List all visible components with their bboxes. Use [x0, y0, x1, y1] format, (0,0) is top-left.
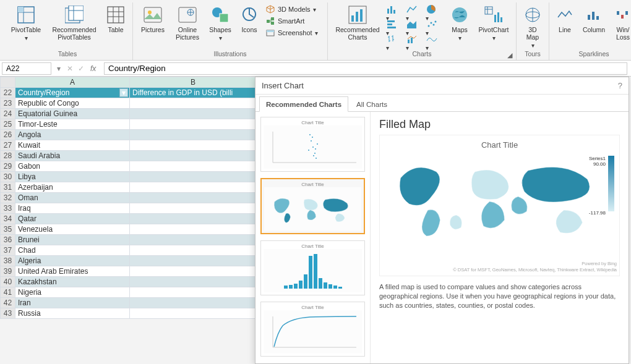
table-row[interactable]: 34Qatar — [1, 214, 257, 224]
table-row[interactable]: 26Angola — [1, 130, 257, 140]
cell-country[interactable]: Brunei — [15, 235, 130, 245]
row-header[interactable]: 28 — [1, 151, 15, 161]
table-row[interactable]: 43Russia — [1, 308, 257, 319]
table-row[interactable]: 39United Arab Emirates — [1, 266, 257, 277]
name-box-dropdown-icon[interactable]: ▾ — [53, 64, 64, 73]
cell-country[interactable]: Saudi Arabia — [15, 151, 130, 161]
cell-gdp[interactable] — [130, 245, 257, 256]
table-row[interactable]: 29Gabon — [1, 161, 257, 172]
cell-gdp[interactable] — [130, 308, 257, 319]
cell-country[interactable]: Gabon — [15, 161, 130, 172]
cell-gdp[interactable] — [130, 119, 257, 130]
table-header-gdp[interactable]: Difference in GDP in USD (billi — [130, 88, 257, 98]
tab-all-charts[interactable]: All Charts — [350, 96, 394, 111]
cell-gdp[interactable] — [130, 277, 257, 287]
cell-country[interactable]: Republic of Congo — [15, 98, 130, 109]
cell-country[interactable]: Equatorial Guinea — [15, 109, 130, 119]
cell-country[interactable]: Venezuela — [15, 224, 130, 235]
column-chart-button[interactable]: ▾ — [386, 4, 405, 17]
row-header[interactable]: 31 — [1, 182, 15, 193]
smartart-button[interactable]: SmartArt — [264, 15, 324, 27]
cell-country[interactable]: Russia — [15, 308, 130, 319]
combo-chart-button[interactable]: ▾ — [406, 33, 424, 47]
cancel-icon[interactable]: ✕ — [64, 64, 75, 73]
row-header[interactable]: 33 — [1, 203, 15, 214]
row-header[interactable]: 39 — [1, 266, 15, 277]
cell-country[interactable]: Libya — [15, 172, 130, 182]
row-header[interactable]: 38 — [1, 256, 15, 266]
fx-label[interactable]: fx — [87, 64, 104, 73]
dialog-titlebar[interactable]: Insert Chart ? — [255, 77, 629, 95]
cell-gdp[interactable] — [130, 182, 257, 193]
cell-country[interactable]: Kazakhstan — [15, 277, 130, 287]
table-header-country[interactable]: Country/Region ▾ — [15, 88, 130, 98]
name-box[interactable] — [2, 62, 51, 75]
confirm-icon[interactable]: ✓ — [75, 64, 87, 73]
cell-country[interactable]: Nigeria — [15, 287, 130, 298]
scatter-chart-button[interactable]: ▾ — [426, 19, 444, 32]
sparkline-line-button[interactable]: Line — [553, 2, 577, 33]
tab-recommended-charts[interactable]: Recommended Charts — [259, 96, 348, 112]
cell-gdp[interactable] — [130, 287, 257, 298]
pivotchart-button[interactable]: PivotChart ▾ — [475, 2, 512, 41]
table-row[interactable]: 41Nigeria — [1, 287, 257, 298]
icons-button[interactable]: Icons — [237, 2, 262, 33]
table-row[interactable]: 36Brunei — [1, 235, 257, 245]
cell-country[interactable]: Oman — [15, 193, 130, 203]
sparkline-column-button[interactable]: Column — [579, 2, 609, 33]
table-row[interactable]: 33Iraq — [1, 203, 257, 214]
table-button[interactable]: Table — [103, 2, 129, 33]
cell-gdp[interactable] — [130, 224, 257, 235]
table-row[interactable]: 40Kazakhstan — [1, 277, 257, 287]
row-header[interactable]: 34 — [1, 214, 15, 224]
column-header-a[interactable]: A — [15, 77, 130, 88]
cell-country[interactable]: Iraq — [15, 203, 130, 214]
screenshot-button[interactable]: Screenshot ▾ — [264, 27, 324, 38]
table-row[interactable]: 31Azerbaijan — [1, 182, 257, 193]
cell-country[interactable]: Azerbaijan — [15, 182, 130, 193]
cell-country[interactable]: Chad — [15, 245, 130, 256]
cell-country[interactable]: United Arab Emirates — [15, 266, 130, 277]
cell-country[interactable]: Angola — [15, 130, 130, 140]
row-header[interactable]: 37 — [1, 245, 15, 256]
worksheet-grid[interactable]: A B 22 Country/Region ▾ Difference in GD… — [0, 77, 257, 319]
table-row[interactable]: 32Oman — [1, 193, 257, 203]
table-row[interactable]: 37Chad — [1, 245, 257, 256]
3d-map-button[interactable]: 3D Map ▾ — [520, 2, 545, 49]
bar-chart-button[interactable]: ▾ — [386, 19, 405, 32]
row-header[interactable]: 40 — [1, 277, 15, 287]
row-header[interactable]: 30 — [1, 172, 15, 182]
recommended-charts-button[interactable]: Recommended Charts — [332, 2, 384, 41]
cell-gdp[interactable] — [130, 235, 257, 245]
cell-gdp[interactable] — [130, 140, 257, 151]
row-header[interactable]: 27 — [1, 140, 15, 151]
cell-country[interactable]: Timor-Leste — [15, 119, 130, 130]
select-all-corner[interactable] — [1, 77, 15, 88]
row-header[interactable]: 41 — [1, 287, 15, 298]
help-icon[interactable]: ? — [618, 81, 622, 90]
3d-models-button[interactable]: 3D Models ▾ — [264, 4, 324, 15]
preview-chart[interactable]: Chart Title — [379, 135, 620, 276]
filter-dropdown-icon[interactable]: ▾ — [119, 88, 128, 97]
table-row[interactable]: 30Libya — [1, 172, 257, 182]
pictures-button[interactable]: Pictures — [137, 2, 169, 33]
cell-country[interactable]: Algeria — [15, 256, 130, 266]
table-row[interactable]: 38Algeria — [1, 256, 257, 266]
cell-country[interactable]: Iran — [15, 298, 130, 308]
stock-chart-button[interactable]: ▾ — [386, 33, 405, 47]
column-header-b[interactable]: B — [130, 77, 257, 88]
maps-button[interactable]: Maps ▾ — [447, 2, 473, 41]
shapes-button[interactable]: Shapes ▾ — [206, 2, 234, 41]
table-row[interactable]: 24Equatorial Guinea — [1, 109, 257, 119]
table-row[interactable]: 28Saudi Arabia — [1, 151, 257, 161]
chart-thumbnail-scatter[interactable]: Chart Title — [260, 117, 365, 172]
row-header[interactable]: 24 — [1, 109, 15, 119]
recommended-pivottables-button[interactable]: Recommended PivotTables — [48, 2, 100, 41]
chart-thumbnail-column[interactable]: Chart Title — [260, 240, 365, 295]
table-row[interactable]: 35Venezuela — [1, 224, 257, 235]
row-header[interactable]: 36 — [1, 235, 15, 245]
surface-chart-button[interactable]: ▾ — [426, 33, 444, 47]
row-header[interactable]: 32 — [1, 193, 15, 203]
cell-gdp[interactable] — [130, 172, 257, 182]
row-header[interactable]: 35 — [1, 224, 15, 235]
